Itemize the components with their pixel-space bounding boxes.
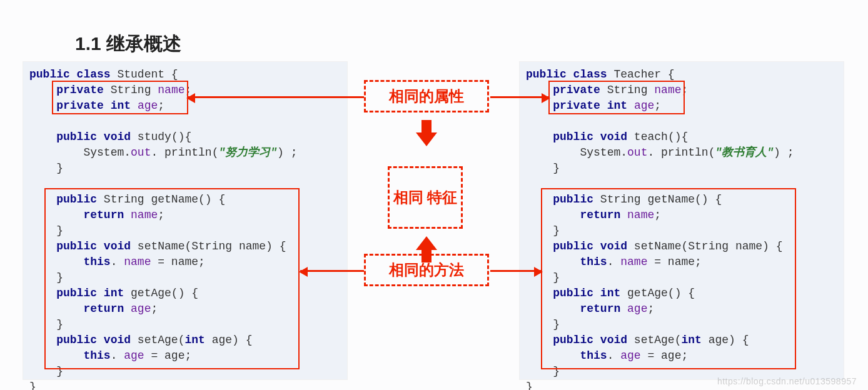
type-int: int [607, 99, 627, 112]
type-string: String [607, 84, 648, 96]
code-panel-teacher: public class Teacher { private String na… [519, 61, 844, 380]
arrow-right-meth [490, 270, 542, 272]
kw-private: private [56, 99, 104, 112]
arrow-left-meth [300, 270, 364, 272]
kw-private: private [56, 84, 104, 96]
label-same-features: 相同 特征 [388, 166, 463, 229]
ident-out: out [131, 146, 151, 159]
section-heading: 1.1 继承概述 [75, 31, 181, 57]
field-name: name [654, 84, 681, 96]
kw-public-class: public class [526, 68, 607, 81]
method-teach: teach [634, 131, 668, 143]
field-name: name [158, 84, 184, 96]
ident-system: System. [580, 146, 627, 159]
call-println: . println( [151, 146, 218, 159]
string-literal: "教书育人" [715, 146, 774, 159]
field-age: age [634, 99, 654, 112]
kw-public-class: public class [29, 68, 111, 81]
kw-private: private [553, 84, 600, 96]
arrow-up-icon [416, 230, 437, 262]
kw-public-void: public void [553, 131, 627, 143]
method-study: study [138, 131, 171, 143]
code-panel-student: public class Student { private String na… [23, 61, 348, 380]
type-string: String [111, 84, 151, 96]
kw-private: private [553, 99, 600, 112]
watermark-text: https://blog.csdn.net/u013598957 [717, 376, 857, 386]
field-age: age [138, 99, 158, 112]
kw-public-void: public void [56, 131, 131, 143]
ident-system: System. [83, 146, 131, 159]
label-same-attributes: 相同的属性 [364, 80, 489, 112]
code-block-student: public class Student { private String na… [29, 67, 341, 390]
string-literal: "努力学习" [218, 146, 277, 159]
paren-semicolon: ) ; [774, 146, 794, 159]
arrow-left-attr [188, 96, 364, 98]
call-println: . println( [647, 146, 715, 159]
type-int: int [111, 99, 131, 112]
code-block-teacher: public class Teacher { private String na… [526, 67, 837, 390]
class-name-teacher: Teacher [613, 68, 661, 81]
paren-semicolon: ) ; [277, 146, 297, 159]
class-name-student: Student [117, 68, 164, 81]
ident-out: out [627, 146, 647, 159]
arrow-down-icon [416, 120, 437, 152]
arrow-right-attr [490, 96, 549, 98]
